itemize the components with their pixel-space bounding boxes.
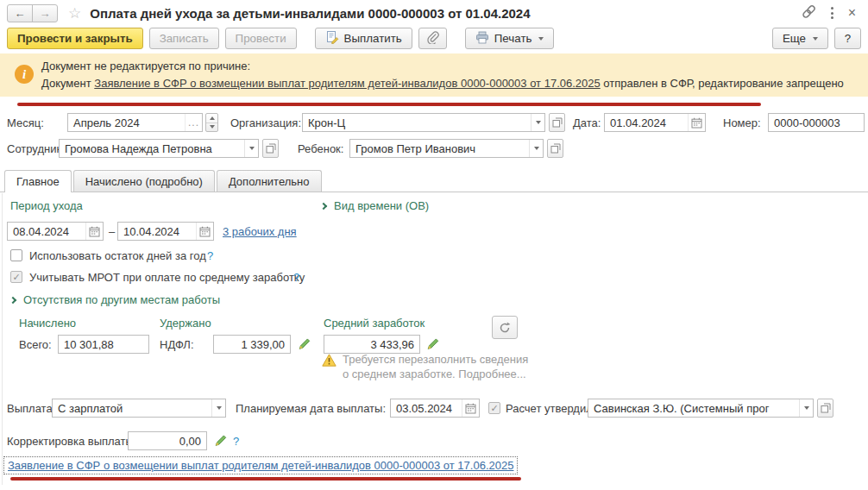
- use-rest-help-link[interactable]: ?: [207, 249, 213, 262]
- employee-value[interactable]: Громова Надежда Петровна: [60, 142, 244, 155]
- spinner-down-icon[interactable]: [206, 122, 217, 132]
- calendar-icon[interactable]: [85, 223, 103, 240]
- refresh-icon: [499, 322, 511, 334]
- lock-reason-banner: i Документ не редактируется по причине: …: [0, 53, 868, 97]
- print-button[interactable]: Печать: [465, 28, 555, 49]
- forward-button[interactable]: →: [32, 4, 58, 22]
- pay-document-icon: [325, 30, 339, 47]
- period-from-field[interactable]: 08.04.2024: [7, 222, 104, 241]
- month-ellipsis-button[interactable]: ...: [185, 114, 202, 131]
- number-value[interactable]: 0000-000003: [769, 116, 864, 129]
- ndfl-value[interactable]: 1 339,00: [214, 338, 290, 351]
- ndfl-field[interactable]: 1 339,00: [213, 335, 291, 354]
- red-annotation-line-bottom: [10, 477, 521, 481]
- warning-line2: о среднем заработке. Подробнее...: [343, 368, 526, 380]
- working-days-link[interactable]: 3 рабочих дня: [223, 225, 297, 238]
- post-and-close-button[interactable]: Провести и закрыть: [7, 28, 143, 49]
- get-link-icon[interactable]: [802, 4, 816, 22]
- more-menu-icon[interactable]: [831, 5, 833, 20]
- tab-main[interactable]: Главное: [4, 170, 72, 192]
- write-button[interactable]: Записать: [149, 28, 219, 49]
- more-dropdown-icon: [813, 37, 818, 41]
- forward-icon: →: [40, 7, 51, 20]
- total-label: Всего:: [19, 338, 52, 351]
- adjustment-edit-pencil-icon[interactable]: [214, 434, 227, 449]
- organization-open-button[interactable]: [549, 113, 565, 132]
- payment-select[interactable]: С зарплатой: [52, 399, 226, 418]
- approved-by-field[interactable]: Савинская З.Ю. (Системный прог: [588, 399, 814, 418]
- banner-statement-link[interactable]: Заявление в СФР о возмещении выплат роди…: [94, 77, 600, 90]
- employee-open-button[interactable]: [262, 139, 279, 158]
- printer-icon: [475, 31, 489, 47]
- banner-detail-line: Документ Заявление в СФР о возмещении вы…: [41, 77, 844, 90]
- payment-value[interactable]: С зарплатой: [53, 402, 211, 415]
- warning-more-link[interactable]: Подробнее...: [458, 368, 525, 380]
- period-to-value[interactable]: 10.04.2024: [118, 225, 196, 238]
- organization-dropdown-icon[interactable]: [531, 114, 544, 131]
- month-field[interactable]: Апрель 2024 ...: [67, 113, 203, 132]
- organization-value[interactable]: Крон-Ц: [303, 116, 531, 129]
- period-from-value[interactable]: 08.04.2024: [8, 225, 85, 238]
- average-edit-pencil-icon[interactable]: [426, 337, 439, 353]
- adjustment-value[interactable]: 0,00: [129, 435, 206, 448]
- mrot-checkbox[interactable]: ✓: [10, 271, 22, 283]
- period-to-field[interactable]: 10.04.2024: [117, 222, 214, 241]
- number-field[interactable]: 0000-000003: [768, 113, 865, 132]
- average-header: Средний заработок: [324, 317, 425, 330]
- more-button[interactable]: Еще: [772, 28, 828, 49]
- child-label: Ребенок:: [298, 142, 343, 155]
- month-spinner[interactable]: [205, 113, 218, 132]
- pay-button[interactable]: Выплатить: [315, 28, 412, 49]
- refresh-button[interactable]: [492, 316, 518, 339]
- employee-label: Сотрудник:: [7, 142, 65, 155]
- child-value[interactable]: Громов Петр Иванович: [350, 142, 529, 155]
- back-button[interactable]: ←: [7, 4, 33, 22]
- info-icon: i: [15, 65, 34, 84]
- adjustment-help-link[interactable]: ?: [233, 435, 239, 448]
- tab-additional[interactable]: Дополнительно: [217, 170, 322, 192]
- ndfl-edit-pencil-icon[interactable]: [298, 337, 311, 353]
- child-field[interactable]: Громов Петр Иванович: [349, 139, 544, 158]
- open-icon: [266, 143, 276, 154]
- print-dropdown-icon: [538, 37, 544, 41]
- attachments-button[interactable]: [418, 28, 447, 49]
- average-field[interactable]: 3 433,96: [324, 335, 420, 354]
- approved-checkbox[interactable]: ✓: [488, 402, 500, 414]
- organization-field[interactable]: Крон-Ц: [302, 113, 545, 132]
- page-title: Оплата дней ухода за детьми-инвалидами 0…: [90, 6, 530, 21]
- statement-link[interactable]: Заявление в СФР о возмещении выплат роди…: [8, 459, 513, 472]
- payment-dropdown-icon[interactable]: [211, 399, 225, 417]
- use-rest-checkbox[interactable]: [10, 249, 22, 261]
- tab-accrued-detail[interactable]: Начислено (подробно): [73, 170, 215, 192]
- date-value[interactable]: 01.04.2024: [605, 116, 688, 129]
- title-bar: ← → ☆ Оплата дней ухода за детьми-инвали…: [0, 0, 868, 26]
- month-value[interactable]: Апрель 2024: [68, 116, 185, 129]
- absences-link[interactable]: Отсутствия по другим местам работы: [10, 293, 220, 306]
- adjustment-field[interactable]: 0,00: [128, 431, 207, 450]
- calendar-icon[interactable]: [688, 114, 705, 131]
- average-value[interactable]: 3 433,96: [324, 338, 419, 351]
- planned-date-value[interactable]: 03.05.2024: [391, 402, 462, 415]
- employee-field[interactable]: Громова Надежда Петровна: [59, 139, 259, 158]
- approved-by-dropdown-icon[interactable]: [799, 399, 813, 417]
- post-button[interactable]: Провести: [225, 28, 297, 49]
- time-kind-link[interactable]: Вид времени (ОВ): [321, 199, 429, 212]
- ndfl-label: НДФЛ:: [160, 338, 194, 351]
- date-field[interactable]: 01.04.2024: [604, 113, 706, 132]
- planned-date-field[interactable]: 03.05.2024: [390, 399, 480, 418]
- help-button[interactable]: ?: [834, 28, 861, 49]
- mrot-help-link[interactable]: ?: [293, 271, 299, 284]
- banner-reason-line: Документ не редактируется по причине:: [41, 60, 250, 72]
- calendar-icon[interactable]: [462, 399, 479, 417]
- total-value[interactable]: 10 301,88: [59, 338, 148, 351]
- calendar-icon[interactable]: [196, 223, 213, 240]
- close-icon[interactable]: ×: [848, 6, 856, 20]
- employee-dropdown-icon[interactable]: [244, 140, 258, 157]
- child-open-button[interactable]: [547, 139, 563, 158]
- spinner-up-icon[interactable]: [206, 114, 217, 122]
- approved-by-open-button[interactable]: [817, 399, 833, 418]
- favorite-star-icon[interactable]: ☆: [68, 6, 81, 21]
- child-dropdown-icon[interactable]: [529, 140, 543, 157]
- total-field[interactable]: 10 301,88: [58, 335, 149, 354]
- approved-by-value[interactable]: Савинская З.Ю. (Системный прог: [588, 402, 799, 415]
